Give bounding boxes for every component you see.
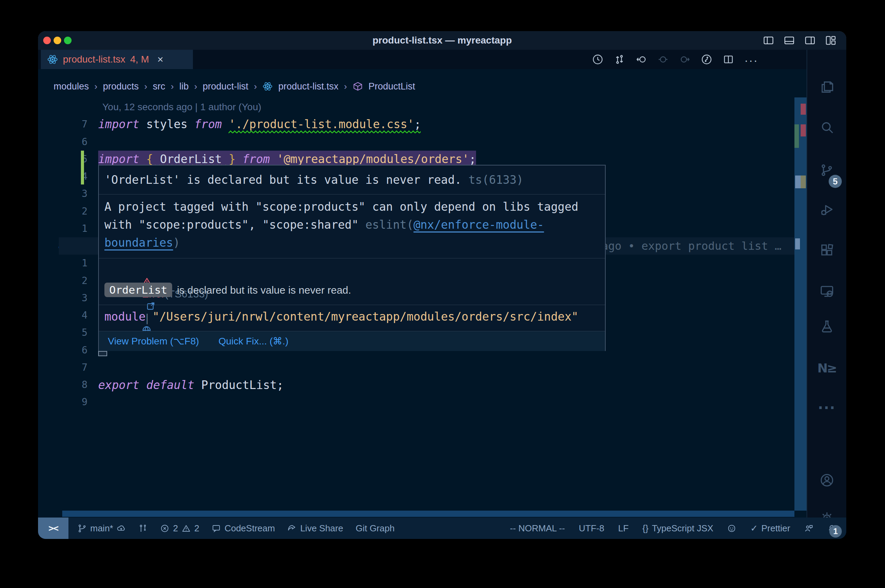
eol-indicator[interactable]: LF [618,523,628,534]
problems-item[interactable]: 2 2 [160,523,199,534]
breadcrumb-item[interactable]: product-list [203,81,248,92]
editor-actions: ··· [592,54,758,67]
eslint-message-line2: with "scope:products", "scope:shared" es… [104,218,544,231]
keyword: import [98,152,146,166]
split-editor-icon[interactable] [723,54,734,67]
keyword: import [98,117,146,131]
git-branch-item[interactable]: main* [77,523,126,534]
line-number[interactable]: 4 [38,168,87,185]
keyword: from [242,152,276,166]
git-blame-heading: You, 12 seconds ago | 1 author (You) [102,99,261,116]
line-number[interactable]: 2 [38,203,87,220]
explorer-icon[interactable] [819,80,834,96]
prettier-item[interactable]: ✓Prettier [750,523,790,534]
eslint-rule-link[interactable]: boundaries [104,236,173,249]
customize-layout-icon[interactable] [825,34,837,48]
eslint-message-line3: boundaries) [104,236,180,249]
nx-console-icon[interactable]: N≥ [817,361,836,375]
keyword: module [104,310,152,323]
ts-error-message: 'OrderList' is declared but its value is… [104,173,523,186]
window-title: product-list.tsx — myreactapp [373,31,512,50]
breadcrumb-item[interactable]: modules [54,81,89,92]
breadcrumb-item[interactable]: lib [179,81,189,92]
line-number[interactable]: 6 [38,342,87,359]
additional-views-icon[interactable]: ··· [818,400,836,416]
string-literal: './product-list.module.css' [229,117,414,131]
line-number[interactable]: 8 [38,376,87,393]
minimize-window-button[interactable] [54,37,61,44]
vim-mode-indicator[interactable]: -- NORMAL -- [510,523,565,534]
line-number[interactable]: 6 [38,134,87,151]
breadcrumb-item[interactable]: src [153,81,165,92]
toggle-panel-icon[interactable] [783,34,795,48]
branch-icon [77,524,87,533]
encoding-indicator[interactable]: UTF-8 [579,523,604,534]
tab-product-list[interactable]: product-list.tsx 4, M × [41,50,193,69]
overview-modified-mark [795,124,799,148]
warning-triangle-icon [182,524,191,533]
extensions-icon[interactable] [819,243,834,259]
run-debug-icon[interactable] [819,202,834,219]
line-number[interactable]: 7 [38,116,87,133]
compare-changes-icon[interactable] [614,54,625,67]
feedback-item[interactable] [804,524,813,533]
view-problem-action[interactable]: View Problem (⌥F8) [108,331,199,351]
language-indicator[interactable]: {}TypeScript JSX [642,523,713,534]
tab-bar: product-list.tsx 4, M × ··· [38,50,807,69]
horizontal-scrollbar[interactable] [62,511,795,517]
navigate-back-icon[interactable] [636,54,647,67]
line-number[interactable]: 5 [38,151,87,168]
remote-indicator-button[interactable]: >< [38,518,68,539]
testing-icon[interactable] [819,319,834,336]
tooltip-resize-handle[interactable] [98,351,107,356]
zoom-window-button[interactable] [64,37,72,44]
line-number[interactable]: 4 [38,307,87,324]
line-number[interactable]: 3 [38,185,87,202]
remote-explorer-icon[interactable] [819,284,834,300]
toggle-secondary-sidebar-icon[interactable] [804,34,816,48]
overview-selection-mark [795,176,801,188]
line-number[interactable]: 5 [38,324,87,341]
lint-squiggle [228,130,421,134]
open-external-icon[interactable] [146,301,156,311]
account-icon[interactable] [819,472,834,489]
quick-fix-action[interactable]: Quick Fix... (⌘.) [218,331,288,351]
status-bar: >< main* 2 2 CodeStream Live [38,518,846,539]
live-share-item[interactable]: Live Share [287,523,343,534]
line-number[interactable]: 9 [38,393,87,411]
identifier: OrderList [160,152,222,166]
breadcrumb-file[interactable]: product-list.tsx [278,81,338,92]
line-number[interactable]: 1 [38,220,87,237]
line-number[interactable]: 7 [38,359,87,376]
breadcrumb-item[interactable]: products [103,81,139,92]
more-actions-icon[interactable]: ··· [744,54,758,66]
vertical-scrollbar[interactable] [795,98,807,511]
line-number[interactable]: 3 [38,290,87,307]
next-change-icon[interactable] [679,54,691,67]
line-number[interactable]: 2 [38,272,87,290]
symbol-module-icon [353,81,363,92]
github-item[interactable] [727,524,736,533]
eslint-rule-link[interactable]: @nx/enforce-module- [413,218,544,231]
tab-close-icon[interactable]: × [157,54,164,65]
react-file-icon [262,81,273,92]
git-graph-file-icon[interactable] [701,54,712,67]
module-path-row: module "/Users/juri/nrwl/content/myreact… [104,310,578,323]
activity-bar: 5 N≥ ··· 1 [807,50,846,518]
toggle-primary-sidebar-icon[interactable] [763,34,774,48]
previous-change-icon[interactable] [657,54,669,67]
codestream-item[interactable]: CodeStream [212,523,275,534]
breadcrumb-separator-icon: › [171,81,174,92]
inline-blame-annotation: ago • export product list … [601,237,795,255]
close-window-button[interactable] [43,37,51,44]
line-number[interactable]: 1 [38,255,87,272]
git-compare-item[interactable] [138,524,147,533]
code-line[interactable]: export default ProductList; [98,376,284,394]
search-icon[interactable] [819,120,834,137]
git-graph-item[interactable]: Git Graph [356,523,395,534]
string-literal: '@myreactapp/modules/orders' [277,152,469,166]
punctuation: } [222,152,243,166]
keyword: from [194,117,228,131]
timeline-history-icon[interactable] [592,54,604,67]
breadcrumb-symbol[interactable]: ProductList [368,81,415,92]
